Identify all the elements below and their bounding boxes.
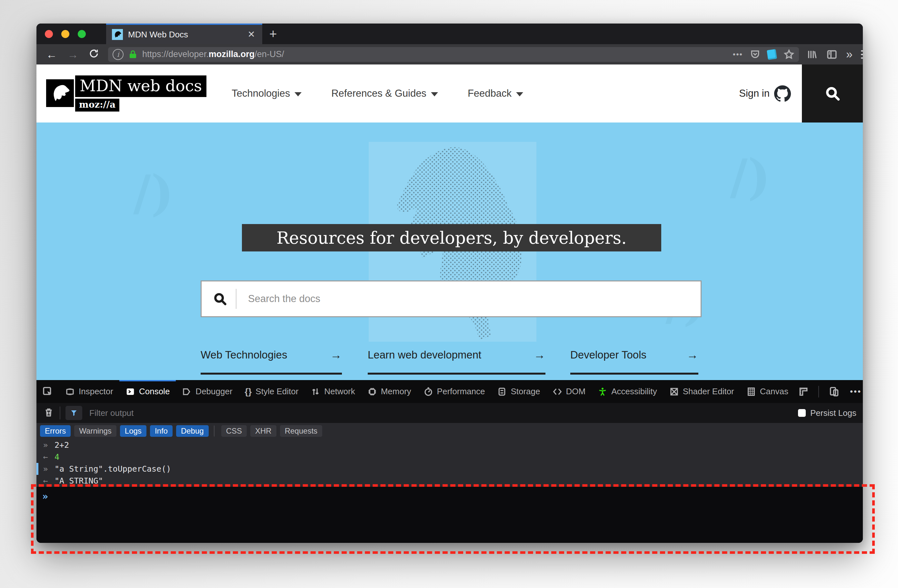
nav-references-guides[interactable]: References & Guides bbox=[331, 88, 438, 99]
clear-console-icon[interactable] bbox=[43, 407, 54, 419]
zoom-window-button[interactable] bbox=[78, 30, 86, 38]
responsive-design-mode-icon[interactable] bbox=[825, 386, 844, 397]
lock-icon bbox=[128, 49, 138, 60]
page-info-icon[interactable]: i bbox=[112, 49, 123, 60]
filter-debug[interactable]: Debug bbox=[176, 425, 209, 437]
tab-style-editor[interactable]: {} Style Editor bbox=[239, 380, 305, 403]
input-prompt-icon: » bbox=[37, 441, 54, 450]
filter-icon[interactable] bbox=[66, 406, 82, 420]
tab-accessibility[interactable]: Accessibility bbox=[592, 380, 663, 403]
arrow-right-icon: → bbox=[687, 348, 698, 362]
ghost-glyph: /) bbox=[133, 164, 174, 221]
console-input-area[interactable]: » bbox=[37, 487, 863, 543]
devtools-toolbox-tabs: Inspector Console Debugger {} Style Edit… bbox=[37, 380, 863, 403]
browser-window: MDN Web Docs ✕ + ← → i https://developer… bbox=[37, 23, 863, 543]
search-icon bbox=[212, 292, 228, 306]
header-search-button[interactable] bbox=[802, 64, 863, 123]
tab-debugger[interactable]: Debugger bbox=[176, 380, 238, 403]
mdn-header: MDN web docs moz://a Technologies Refere… bbox=[37, 64, 863, 123]
result-arrow-icon: ← bbox=[37, 452, 54, 462]
persist-logs-toggle[interactable]: Persist Logs bbox=[798, 408, 856, 418]
tab-mdn-web-docs[interactable]: MDN Web Docs ✕ bbox=[106, 23, 262, 44]
search-icon bbox=[824, 85, 841, 102]
mdn-dino-icon bbox=[46, 79, 74, 107]
filter-logs[interactable]: Logs bbox=[120, 425, 146, 437]
minimize-window-button[interactable] bbox=[61, 30, 69, 38]
toolbar-overflow-icon[interactable]: » bbox=[846, 49, 852, 60]
braces-icon: {} bbox=[245, 387, 252, 397]
reload-button[interactable] bbox=[83, 48, 104, 60]
filter-info[interactable]: Info bbox=[150, 425, 172, 437]
link-developer-tools[interactable]: Developer Tools → bbox=[570, 348, 698, 375]
back-button[interactable]: ← bbox=[41, 49, 62, 60]
tab-bar: MDN Web Docs ✕ + bbox=[37, 23, 863, 44]
chevron-down-icon bbox=[295, 92, 301, 97]
arrow-right-icon: → bbox=[330, 348, 342, 362]
github-icon bbox=[774, 85, 791, 102]
tab-network[interactable]: Network bbox=[304, 380, 361, 403]
filter-css[interactable]: CSS bbox=[221, 425, 247, 437]
console-toolbar: Filter output Persist Logs bbox=[37, 403, 863, 423]
hero-headline: Resources for developers, by developers. bbox=[242, 224, 661, 252]
nav-feedback[interactable]: Feedback bbox=[468, 88, 523, 99]
tab-canvas[interactable]: Canvas bbox=[740, 380, 795, 403]
filter-requests[interactable]: Requests bbox=[280, 425, 322, 437]
mdn-wordmark: MDN web docs bbox=[75, 75, 206, 97]
url-bar[interactable]: i https://developer.mozilla.org/en-US/ •… bbox=[108, 47, 799, 62]
forward-button[interactable]: → bbox=[62, 49, 83, 60]
tab-console[interactable]: Console bbox=[119, 380, 176, 403]
arrow-right-icon: → bbox=[534, 348, 546, 362]
tab-inspector[interactable]: Inspector bbox=[59, 380, 119, 403]
tab-performance[interactable]: Performance bbox=[417, 380, 491, 403]
navigation-toolbar: ← → i https://developer.mozilla.org/en-U… bbox=[37, 44, 863, 65]
ghost-glyph: /) bbox=[730, 148, 770, 205]
pick-element-icon[interactable] bbox=[37, 380, 59, 403]
url-text: https://developer.mozilla.org/en-US/ bbox=[142, 49, 284, 59]
filter-xhr[interactable]: XHR bbox=[250, 425, 277, 437]
tab-shader-editor[interactable]: Shader Editor bbox=[663, 380, 740, 403]
link-web-technologies[interactable]: Web Technologies → bbox=[201, 348, 342, 375]
tab-storage[interactable]: Storage bbox=[491, 380, 546, 403]
tab-close-icon[interactable]: ✕ bbox=[246, 29, 257, 40]
filter-output-input[interactable]: Filter output bbox=[89, 408, 134, 418]
divider bbox=[818, 386, 819, 398]
filter-errors[interactable]: Errors bbox=[40, 425, 71, 437]
result-arrow-icon: ← bbox=[37, 476, 54, 485]
hero-section: /) /) /) Resources for developers, by de… bbox=[37, 123, 863, 380]
traffic-lights bbox=[37, 23, 100, 44]
link-learn-web-development[interactable]: Learn web development → bbox=[368, 348, 546, 375]
console-input-row: » 2+2 bbox=[37, 439, 863, 451]
menu-icon[interactable] bbox=[861, 50, 863, 59]
console-output: » 2+2 ← 4 » "a String".toUpperCase() ← "… bbox=[37, 439, 863, 487]
console-input-row: » "a String".toUpperCase() bbox=[37, 463, 863, 475]
docs-search-box[interactable] bbox=[201, 281, 701, 317]
input-prompt-icon: » bbox=[37, 464, 54, 474]
mdn-logo[interactable]: MDN web docs moz://a bbox=[46, 75, 206, 112]
console-result-row: ← "A STRING" bbox=[37, 475, 863, 487]
tab-memory[interactable]: Memory bbox=[361, 380, 417, 403]
page-actions-icon[interactable]: ••• bbox=[733, 50, 743, 59]
chevron-down-icon bbox=[516, 92, 523, 97]
tab-dom[interactable]: DOM bbox=[546, 380, 592, 403]
nav-technologies[interactable]: Technologies bbox=[232, 88, 301, 99]
sidebar-icon[interactable] bbox=[826, 49, 838, 60]
chevron-down-icon bbox=[431, 92, 438, 97]
close-window-button[interactable] bbox=[45, 30, 53, 38]
rulers-icon[interactable] bbox=[795, 387, 812, 397]
divider bbox=[60, 407, 60, 419]
mozilla-wordmark: moz://a bbox=[75, 99, 119, 112]
persist-logs-checkbox[interactable] bbox=[798, 409, 806, 417]
docs-search-input[interactable] bbox=[248, 293, 701, 305]
library-icon[interactable] bbox=[806, 49, 818, 60]
bookmark-star-icon[interactable] bbox=[784, 49, 795, 60]
console-prompt-icon: » bbox=[42, 491, 48, 502]
pocket-icon[interactable] bbox=[750, 49, 760, 60]
new-tab-button[interactable]: + bbox=[262, 23, 284, 44]
screenshot-extension-icon[interactable] bbox=[767, 49, 777, 60]
filter-warnings[interactable]: Warnings bbox=[74, 425, 116, 437]
mdn-favicon-icon bbox=[112, 29, 123, 40]
sign-in-button[interactable]: Sign in bbox=[739, 85, 791, 102]
console-filter-bar: Errors Warnings Logs Info Debug CSS XHR … bbox=[37, 423, 863, 439]
devtools-menu-icon[interactable]: ••• bbox=[846, 387, 863, 396]
tab-title: MDN Web Docs bbox=[128, 30, 241, 40]
